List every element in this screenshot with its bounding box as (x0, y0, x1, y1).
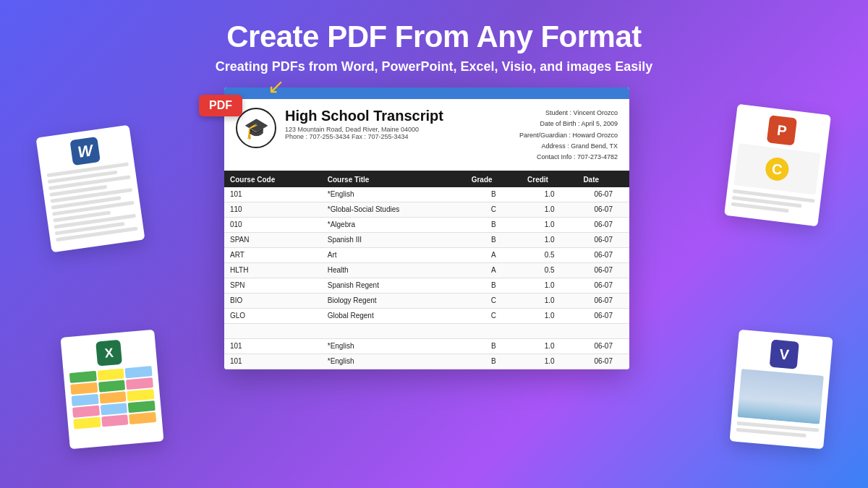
cell-credit: 0.5 (522, 247, 577, 262)
school-phone: Phone : 707-255-3434 Fax : 707-255-3434 (285, 133, 519, 140)
table-row: ART Art A 0.5 06-07 (224, 247, 629, 262)
cell-code: 110 (224, 202, 322, 217)
cell-credit: 1.0 (522, 354, 577, 369)
cell-code: 101 (224, 354, 322, 369)
cell-date: 06-07 (577, 247, 629, 262)
student-dob: Date of Birth : April 5, 2009 (519, 119, 618, 129)
table-row: HLTH Health A 0.5 06-07 (224, 262, 629, 278)
cell-date: 06-07 (577, 278, 629, 293)
ppt-icon: P (767, 115, 797, 145)
visio-icon: V (770, 340, 799, 369)
cell-code: GLO (224, 308, 322, 323)
student-name: Student : Vincent Orozco (519, 108, 618, 119)
cell-title: Health (322, 262, 466, 278)
col-header-code: Course Code (224, 172, 322, 187)
cell-date: 06-07 (577, 354, 629, 369)
visio-document-float: V (729, 330, 833, 450)
powerpoint-document-float: P C (724, 104, 831, 227)
table-row (224, 323, 629, 338)
cell-code: 101 (224, 187, 322, 202)
school-info: High School Transcript 123 Mountain Road… (285, 108, 519, 140)
col-header-title: Course Title (322, 172, 466, 187)
table-row: 101 *English B 1.0 06-07 (224, 338, 629, 354)
content-area: W X P (0, 87, 868, 442)
cell-date: 06-07 (577, 308, 629, 323)
cell-credit: 0.5 (522, 262, 577, 278)
school-title: High School Transcript (285, 108, 519, 124)
cell-code: HLTH (224, 262, 322, 278)
transcript-document: 🎓 High School Transcript 123 Mountain Ro… (224, 87, 629, 369)
cell-code: BIO (224, 293, 322, 308)
cell-grade: A (466, 262, 522, 278)
cell-title: Biology Regent (322, 293, 466, 308)
table-row: 101 *English B 1.0 06-07 (224, 187, 629, 202)
cell-grade: B (466, 278, 522, 293)
table-row: 010 *Algebra B 1.0 06-07 (224, 217, 629, 232)
cell-grade: C (466, 202, 522, 217)
cell-credit: 1.0 (522, 308, 577, 323)
cell-grade: B (466, 187, 522, 202)
col-header-grade: Grade (466, 172, 522, 187)
pdf-badge: PDF (199, 95, 242, 116)
cell-grade: C (466, 293, 522, 308)
cell-date: 06-07 (577, 232, 629, 247)
cell-credit: 1.0 (522, 217, 577, 232)
word-document-float: W (35, 125, 145, 253)
cell-date: 06-07 (577, 202, 629, 217)
hero-title: Create PDF From Any Format (0, 0, 868, 53)
school-address: 123 Mountain Road, Dead River, Maine 040… (285, 126, 519, 133)
table-header-row: Course Code Course Title Grade Credit Da… (224, 172, 629, 187)
cell-title: *Global-Social Studies (322, 202, 466, 217)
cell-credit: 1.0 (522, 293, 577, 308)
table-row: SPAN Spanish III B 1.0 06-07 (224, 232, 629, 247)
cell-grade: B (466, 338, 522, 354)
hero-subtitle: Creating PDFs from Word, PowerPoint, Exc… (0, 59, 868, 74)
table-row: SPN Spanish Regent B 1.0 06-07 (224, 278, 629, 293)
cell-title: *English (322, 338, 466, 354)
cell-credit: 1.0 (522, 202, 577, 217)
cell-credit: 1.0 (522, 278, 577, 293)
transcript-table: Course Code Course Title Grade Credit Da… (224, 172, 629, 369)
cell-title: Global Regent (322, 308, 466, 323)
col-header-date: Date (577, 172, 629, 187)
cell-date: 06-07 (577, 217, 629, 232)
cell-title: Spanish Regent (322, 278, 466, 293)
cell-title: *English (322, 187, 466, 202)
excel-grid (69, 366, 158, 442)
cell-credit: 1.0 (522, 338, 577, 354)
table-row: 101 *English B 1.0 06-07 (224, 354, 629, 369)
table-row: 110 *Global-Social Studies C 1.0 06-07 (224, 202, 629, 217)
curved-arrow-icon: ↙ (268, 74, 284, 98)
cell-grade: B (466, 217, 522, 232)
word-icon: W (69, 137, 101, 166)
student-contact: Contact Info : 707-273-4782 (519, 152, 618, 163)
cell-code: ART (224, 247, 322, 262)
word-doc-lines (47, 163, 139, 245)
student-parent: Parent/Guardian : Howard Orozco (519, 130, 618, 141)
cell-date: 06-07 (577, 187, 629, 202)
student-address: Address : Grand Bend, TX (519, 141, 618, 152)
cell-title: Spanish III (322, 232, 466, 247)
cell-code: 010 (224, 217, 322, 232)
cell-credit: 1.0 (522, 232, 577, 247)
cell-code: 101 (224, 338, 322, 354)
excel-document-float: X (60, 330, 163, 450)
table-row: GLO Global Regent C 1.0 06-07 (224, 308, 629, 323)
cell-title: *English (322, 354, 466, 369)
cell-code: SPN (224, 278, 322, 293)
cell-title: Art (322, 247, 466, 262)
cell-grade: C (466, 308, 522, 323)
transcript-topbar (224, 87, 629, 99)
cell-date: 06-07 (577, 338, 629, 354)
cell-grade: A (466, 247, 522, 262)
table-row: BIO Biology Regent C 1.0 06-07 (224, 293, 629, 308)
transcript-header: 🎓 High School Transcript 123 Mountain Ro… (224, 99, 629, 171)
cell-date: 06-07 (577, 293, 629, 308)
student-info: Student : Vincent Orozco Date of Birth :… (519, 108, 618, 163)
cell-credit: 1.0 (522, 187, 577, 202)
cell-date: 06-07 (577, 262, 629, 278)
excel-icon: X (95, 340, 122, 367)
col-header-credit: Credit (522, 172, 577, 187)
cell-grade: B (466, 354, 522, 369)
cell-grade: B (466, 232, 522, 247)
